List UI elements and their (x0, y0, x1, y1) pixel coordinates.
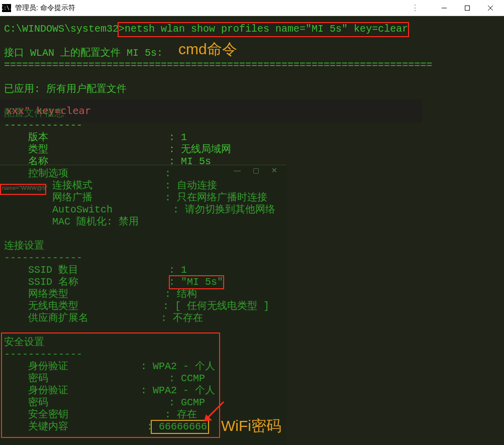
cmd-icon: C:\. (2, 4, 11, 12)
f-version-v: 1 (181, 132, 187, 143)
rule-line: ========================================… (4, 59, 432, 71)
bg-code-band: xxx" key=clear (0, 99, 422, 123)
nested-minimize-icon[interactable]: — (234, 166, 241, 174)
name-hint-text: name="WWW@5" (2, 185, 47, 191)
nested-maximize-icon[interactable]: ▢ (253, 166, 259, 174)
interface-header: 接口 WLAN 上的配置文件 MI 5s: (4, 47, 163, 59)
nested-titlebar: — ▢ ✕ (0, 165, 286, 175)
command-text: netsh wlan show profiles name="MI 5s" ke… (125, 23, 408, 35)
annotation-wifi: WiFi密码 (221, 416, 281, 436)
bg-band-text: xxx" key=clear (6, 104, 91, 117)
maximize-button[interactable] (456, 1, 479, 16)
f-type-l: 类型 (4, 144, 48, 155)
f-version-l: 版本 (4, 132, 48, 143)
applied-label: 已应用: 所有用户配置文件 (4, 83, 127, 95)
nested-window: — ▢ ✕ (0, 165, 286, 445)
f-type-v: 无线局域网 (181, 144, 231, 155)
annotation-cmd: cmd命令 (178, 39, 237, 60)
kebab-menu-icon[interactable]: ⋮ (408, 3, 423, 13)
window-title: 管理员: 命令提示符 (15, 4, 408, 13)
nested-close-icon[interactable]: ✕ (271, 166, 277, 174)
svg-rect-15 (465, 6, 470, 10)
minimize-button[interactable] (433, 1, 456, 16)
window-titlebar: C:\. 管理员: 命令提示符 ⋮ (0, 0, 504, 16)
prompt-path: C:\WINDOWS\system32> (4, 23, 125, 35)
close-button[interactable] (479, 1, 502, 16)
